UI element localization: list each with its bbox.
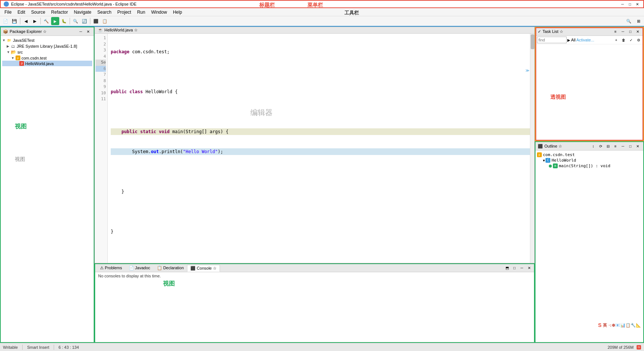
eclipse-icon: [4, 1, 9, 7]
tl-minimize-btn[interactable]: ─: [620, 28, 626, 35]
toolbar-sep-3: [70, 18, 70, 24]
garbage-collect-btn[interactable]: G: [637, 345, 641, 350]
toolbar-forward-btn[interactable]: ▶: [31, 17, 39, 25]
menu-search[interactable]: Search: [94, 9, 114, 16]
editor-tab-title[interactable]: HelloWorld.java ☆: [104, 28, 138, 33]
menu-project[interactable]: Project: [114, 9, 134, 16]
package-explorer-icon: 📦: [3, 29, 8, 34]
toolbar-perspective-right-btn[interactable]: ⊞: [634, 17, 643, 25]
line-num-4: 4: [96, 54, 106, 60]
toolbar-sep-2: [40, 18, 41, 24]
pe-minimize-btn[interactable]: ─: [77, 28, 84, 35]
code-line-9: [111, 208, 531, 215]
outline-content[interactable]: p com.csdn.test ▼ C HelloWorld m main(St…: [535, 151, 643, 342]
tree-item-helloworld[interactable]: ▶ J HelloWorld.java: [2, 61, 92, 66]
editor-scrollbar-thumb[interactable]: [531, 34, 534, 49]
menu-refactor[interactable]: Refactor: [48, 9, 71, 16]
tree-arrow-src: ▼: [7, 50, 10, 54]
line-num-8: 8: [96, 78, 106, 84]
tab-declaration[interactable]: 📋 Declaration: [154, 264, 187, 271]
tl-filter-btn[interactable]: ⚙: [635, 37, 642, 43]
outline-class-label: HelloWorld: [551, 158, 576, 163]
line-num-2: 2: [96, 41, 106, 48]
menu-window[interactable]: Window: [148, 9, 170, 16]
toolbar-refresh-btn[interactable]: 🔄: [80, 17, 89, 25]
tl-delete-btn[interactable]: 🗑: [620, 37, 627, 43]
status-position: 6 : 43 : 134: [59, 345, 79, 350]
toolbar-search-btn[interactable]: 🔍: [71, 17, 80, 25]
code-area[interactable]: package com.csdn.test; public class Hell…: [108, 34, 534, 263]
menu-edit[interactable]: Edit: [14, 9, 28, 16]
ime-text: 英: [603, 323, 607, 328]
toolbar-save-btn[interactable]: 💾: [10, 17, 19, 25]
file-icon: ☕: [98, 28, 103, 33]
menu-source[interactable]: Source: [28, 9, 48, 16]
helloworld-label: HelloWorld.java: [25, 61, 54, 66]
tree-arrow-jre: ▶: [7, 44, 9, 48]
package-explorer-content[interactable]: ▼ 📁 JavaSETest ▶ 🗂 JRE System Library [J…: [1, 36, 94, 342]
toolbar-sep-4: [90, 18, 90, 24]
tab-javadoc[interactable]: 📄 Javadoc: [126, 264, 154, 271]
src-icon: 📂: [11, 50, 16, 55]
outline-sync-btn[interactable]: ⟳: [597, 143, 604, 149]
editor-content[interactable]: 1 2 3 4 5⊙ 6 7 8 9 10 11 package com.csd…: [95, 34, 534, 263]
tl-menu-btn[interactable]: ≡: [612, 28, 619, 35]
pe-close-btn[interactable]: ✕: [85, 28, 91, 35]
menu-navigate[interactable]: Navigate: [71, 9, 94, 16]
menu-help[interactable]: Help: [170, 9, 185, 16]
tl-maximize-btn[interactable]: □: [627, 28, 634, 35]
task-list-header: ✓ Task List ☆ ≡ ─ □ ✕: [535, 27, 643, 36]
close-button[interactable]: ✕: [634, 1, 640, 7]
toolbar-task-btn[interactable]: 📋: [101, 17, 109, 25]
outline-sort-btn[interactable]: ↕: [590, 143, 597, 149]
minimize-button[interactable]: ─: [620, 1, 625, 7]
menu-file[interactable]: File: [1, 9, 14, 16]
code-line-2: [111, 68, 531, 75]
outline-item-method[interactable]: m main(String[]) : void: [537, 163, 642, 169]
tl-new-btn[interactable]: +: [613, 37, 620, 43]
activate-link[interactable]: Activate...: [576, 38, 594, 42]
toolbar-debug-btn[interactable]: 🐛: [60, 17, 68, 25]
toolbar-perspective-btn[interactable]: ⬛: [92, 17, 100, 25]
ime-options: ·↕⊕📧📊📋🔧📐: [608, 323, 641, 328]
task-list: ✓ Task List ☆ ≡ ─ □ ✕ ▶ All Activate... …: [535, 27, 644, 141]
bottom-panel-minimize-btn[interactable]: ─: [518, 265, 525, 271]
javadoc-icon: 📄: [129, 266, 134, 270]
outline-panel: ⬛ Outline ☆ ↕ ⟳ ⊟ ≡ ─ □ ✕ p com.csdn.tes…: [535, 141, 644, 343]
tree-item-jre[interactable]: ▶ 🗂 JRE System Library [JavaSE-1.8]: [2, 43, 92, 49]
outline-collapse-btn[interactable]: ⊟: [605, 143, 611, 149]
tree-arrow-package: ▼: [11, 56, 14, 60]
task-find-input[interactable]: [537, 37, 567, 43]
outline-item-package[interactable]: p com.csdn.test: [537, 152, 642, 158]
bottom-panel-maximize-btn[interactable]: □: [511, 265, 518, 271]
bottom-panel: ⚠ Problems 📄 Javadoc 📋 Declaration ⬛ Con…: [94, 263, 535, 343]
tl-check-btn[interactable]: ✓: [628, 37, 634, 43]
code-line-7: [111, 168, 531, 175]
right-area: ✓ Task List ☆ ≡ ─ □ ✕ ▶ All Activate... …: [535, 27, 644, 343]
tab-console[interactable]: ⬛ Console ☆: [187, 265, 220, 272]
outline-maximize-btn[interactable]: □: [627, 143, 634, 149]
tab-problems[interactable]: ⚠ Problems: [97, 264, 126, 271]
toolbar-run-btn[interactable]: ▶: [51, 17, 59, 25]
bottom-panel-close-btn[interactable]: ✕: [526, 265, 533, 271]
jre-label: JRE System Library [JavaSE-1.8]: [17, 44, 77, 48]
editor-panel: ☕ HelloWorld.java ☆ 1 2 3 4 5⊙ 6 7 8 9 1…: [94, 27, 535, 263]
status-memory: 209M of 256M: [608, 345, 634, 350]
toolbar-search-right-btn[interactable]: 🔍: [625, 17, 633, 25]
javadoc-label: Javadoc: [135, 266, 150, 270]
tl-close-btn[interactable]: ✕: [634, 28, 641, 35]
toolbar-build-btn[interactable]: 🔨: [42, 17, 50, 25]
editor-scrollbar[interactable]: [530, 34, 534, 263]
tree-item-javasETest[interactable]: ▼ 📁 JavaSETest: [2, 37, 92, 43]
menu-run[interactable]: Run: [134, 9, 148, 16]
tree-item-src[interactable]: ▼ 📂 src: [2, 49, 92, 55]
outline-item-class[interactable]: ▼ C HelloWorld: [537, 158, 642, 163]
outline-close-btn[interactable]: ✕: [634, 143, 641, 149]
tree-item-package[interactable]: ▼ p com.csdn.test: [2, 55, 92, 61]
outline-menu-btn[interactable]: ≡: [612, 143, 619, 149]
toolbar-new-btn[interactable]: 📄: [1, 17, 10, 25]
bottom-panel-restore-btn[interactable]: ⬒: [504, 265, 510, 271]
restore-button[interactable]: □: [627, 1, 633, 7]
outline-minimize-btn[interactable]: ─: [620, 143, 626, 149]
toolbar-back-btn[interactable]: ◀: [22, 17, 30, 25]
